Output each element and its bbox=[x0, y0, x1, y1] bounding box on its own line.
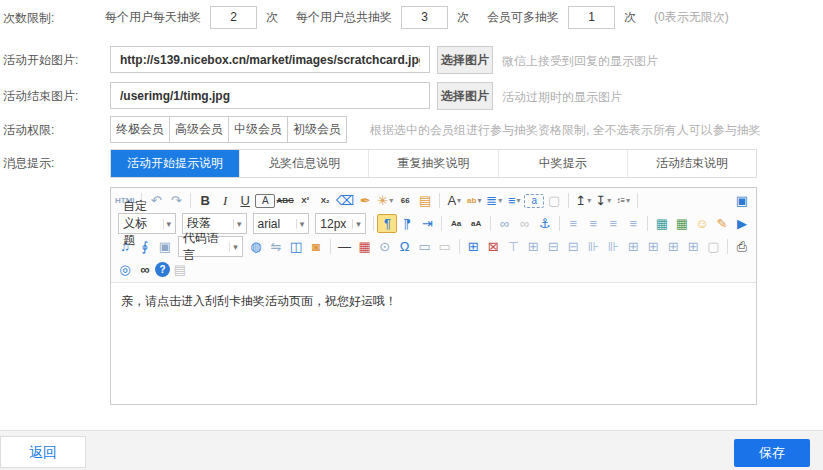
start-image-pick-button[interactable]: 选择图片 bbox=[437, 46, 493, 74]
font-size-select[interactable]: 12px▾ bbox=[315, 213, 366, 234]
help-icon[interactable]: ? bbox=[155, 262, 170, 277]
indent-icon[interactable]: ⇥ bbox=[417, 214, 437, 233]
insert-date-icon[interactable]: ▦ bbox=[355, 237, 375, 256]
daily-draw-input[interactable] bbox=[210, 6, 257, 29]
italic-icon[interactable]: I bbox=[215, 191, 235, 210]
anchor-icon[interactable]: ⚓ bbox=[535, 214, 555, 233]
new-page-icon[interactable]: ▢ bbox=[544, 191, 564, 210]
fullscreen-icon[interactable]: ▣ bbox=[732, 191, 752, 210]
save-button[interactable]: 保存 bbox=[734, 439, 810, 467]
font-color-icon[interactable]: A▾ bbox=[444, 191, 464, 210]
merge-down-icon[interactable]: ⊞ bbox=[643, 237, 663, 256]
paragraph-down-icon[interactable]: ↧▾ bbox=[593, 191, 613, 210]
insert-attachment-icon[interactable]: ∮ bbox=[135, 237, 155, 256]
tab-activity-end[interactable]: 活动结束说明 bbox=[627, 150, 756, 177]
insert-video-icon[interactable]: ▶ bbox=[732, 214, 752, 233]
insert-map-icon[interactable]: ▣ bbox=[155, 237, 175, 256]
preview-icon[interactable]: ◎ bbox=[115, 260, 135, 279]
insert-title-row-icon[interactable]: ⊞ bbox=[523, 237, 543, 256]
split-cells-icon[interactable]: ⊞ bbox=[683, 237, 703, 256]
align-justify-icon[interactable]: ≡ bbox=[623, 214, 643, 233]
table-caption-icon[interactable]: ⊤ bbox=[503, 237, 523, 256]
member-option-intermediate[interactable]: 中级会员 bbox=[228, 116, 288, 143]
custom-title-select[interactable]: 自定义标题▾ bbox=[118, 213, 176, 234]
blockquote-icon[interactable]: 66 bbox=[395, 191, 415, 210]
strikethrough-icon[interactable]: ABC bbox=[275, 191, 295, 210]
bold-icon[interactable]: B bbox=[195, 191, 215, 210]
insert-columns-icon[interactable]: ◫ bbox=[286, 237, 306, 256]
scrawl-icon[interactable]: ✎ bbox=[712, 214, 732, 233]
page-break-icon[interactable]: ▢ bbox=[703, 237, 723, 256]
code-language-select[interactable]: 代码语言▾ bbox=[178, 236, 243, 257]
auto-typeset-icon[interactable]: ✳▾ bbox=[375, 191, 395, 210]
anchor-inline-icon[interactable]: a bbox=[524, 194, 544, 208]
insert-col-icon[interactable]: ⊪ bbox=[583, 237, 603, 256]
merge-right-icon[interactable]: ⊞ bbox=[623, 237, 643, 256]
delete-table-icon[interactable]: ⊠ bbox=[483, 237, 503, 256]
to-uppercase-icon[interactable]: Aa bbox=[446, 214, 466, 233]
align-right-icon[interactable]: ≡ bbox=[603, 214, 623, 233]
insert-row-icon[interactable]: ⊟ bbox=[543, 237, 563, 256]
insert-iframe-icon[interactable]: ⇋ bbox=[266, 237, 286, 256]
print-icon[interactable]: ⎙ bbox=[732, 237, 752, 256]
end-image-pick-button[interactable]: 选择图片 bbox=[437, 82, 493, 110]
insert-music-icon[interactable]: ♫ bbox=[115, 237, 135, 256]
redo-icon[interactable]: ↷ bbox=[166, 191, 186, 210]
paste-word-icon[interactable]: ▤ bbox=[415, 191, 435, 210]
member-option-ultimate[interactable]: 终极会员 bbox=[110, 116, 170, 143]
format-brush-icon[interactable]: ✒ bbox=[355, 191, 375, 210]
insert-time-icon[interactable]: ⊙ bbox=[375, 237, 395, 256]
member-option-senior[interactable]: 高级会员 bbox=[169, 116, 229, 143]
image-upload-icon[interactable]: ▦ bbox=[672, 214, 692, 233]
align-left-icon[interactable]: ≡ bbox=[563, 214, 583, 233]
start-image-row: 活动开始图片: 选择图片 微信上接受到回复的显示图片 bbox=[0, 46, 823, 76]
remove-format-icon[interactable]: ⌫ bbox=[335, 191, 355, 210]
delete-col-icon[interactable]: ⊪ bbox=[603, 237, 623, 256]
link-icon[interactable]: ∞ bbox=[495, 214, 515, 233]
to-lowercase-icon[interactable]: aA bbox=[466, 214, 486, 233]
find-replace-icon[interactable]: ∞ bbox=[135, 260, 155, 279]
unlink-icon[interactable]: ∞ bbox=[515, 214, 535, 233]
total-draw-input[interactable] bbox=[401, 6, 448, 29]
unordered-list-icon[interactable]: ≡▾ bbox=[504, 191, 524, 210]
google-map-icon[interactable]: ◍ bbox=[246, 237, 266, 256]
ordered-list-icon[interactable]: ≣▾ bbox=[484, 191, 504, 210]
limit-row-label: 次数限制: bbox=[3, 10, 54, 27]
editor-content[interactable]: 亲，请点击进入刮刮卡抽奖活动页面，祝您好运哦！ bbox=[111, 283, 756, 403]
font-family-select[interactable]: arial▾ bbox=[253, 213, 310, 234]
insert-table-icon[interactable]: ⊞ bbox=[463, 237, 483, 256]
valign-top-icon[interactable]: ↥▾ bbox=[573, 191, 593, 210]
underline-icon[interactable]: U bbox=[235, 191, 255, 210]
start-image-url-input[interactable] bbox=[110, 46, 430, 73]
tab-win-notice[interactable]: 中奖提示 bbox=[498, 150, 627, 177]
direction-rtl-icon[interactable]: ¶ bbox=[397, 214, 417, 233]
superscript-icon[interactable]: X² bbox=[295, 191, 315, 210]
direction-ltr-icon[interactable]: ¶ bbox=[377, 214, 397, 233]
font-border-icon[interactable]: A bbox=[255, 194, 275, 208]
message-tabbar: 活动开始提示说明 兑奖信息说明 重复抽奖说明 中奖提示 活动结束说明 bbox=[110, 149, 757, 178]
insert-quote-icon[interactable]: ▭ bbox=[435, 237, 455, 256]
footer-bar: 返回 保存 bbox=[0, 430, 823, 470]
merge-cells-icon[interactable]: ⊞ bbox=[663, 237, 683, 256]
align-center-icon[interactable]: ≡ bbox=[583, 214, 603, 233]
special-char-icon[interactable]: Ω bbox=[395, 237, 415, 256]
snapshot-icon[interactable]: ◙ bbox=[306, 237, 326, 256]
emoji-icon[interactable]: ☺ bbox=[692, 214, 712, 233]
permission-label: 活动权限: bbox=[3, 122, 54, 139]
back-button[interactable]: 返回 bbox=[0, 436, 86, 468]
highlight-color-icon[interactable]: ab▾ bbox=[464, 191, 484, 210]
subscript-icon[interactable]: X₂ bbox=[315, 191, 335, 210]
toolbar-separator bbox=[637, 193, 638, 208]
tab-activity-start-notice[interactable]: 活动开始提示说明 bbox=[111, 150, 239, 177]
horizontal-rule-icon[interactable]: — bbox=[335, 237, 355, 256]
paste-icon[interactable]: ▤ bbox=[170, 260, 190, 279]
tab-repeat-draw[interactable]: 重复抽奖说明 bbox=[368, 150, 497, 177]
delete-row-icon[interactable]: ⊟ bbox=[563, 237, 583, 256]
insert-image-icon[interactable]: ▦ bbox=[652, 214, 672, 233]
line-height-icon[interactable]: ↕≡▾ bbox=[613, 191, 633, 210]
member-option-junior[interactable]: 初级会员 bbox=[287, 116, 347, 143]
end-image-url-input[interactable] bbox=[110, 82, 430, 109]
member-extra-draw-input[interactable] bbox=[568, 6, 615, 29]
tab-redeem-info[interactable]: 兑奖信息说明 bbox=[239, 150, 368, 177]
insert-comment-icon[interactable]: ▭ bbox=[415, 237, 435, 256]
